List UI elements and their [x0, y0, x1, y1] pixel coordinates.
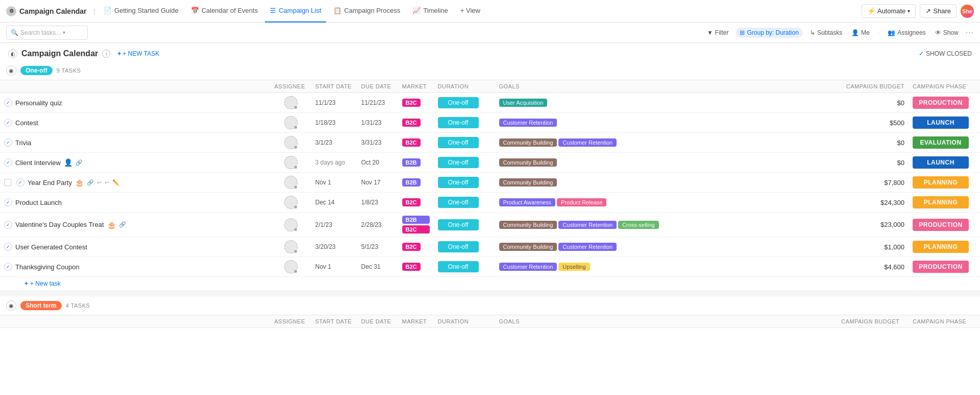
- col-header-campaign-budget: CAMPAIGN BUDGET: [837, 315, 909, 328]
- tab-campaign-list[interactable]: ☰ Campaign List: [265, 0, 326, 22]
- more-options-button[interactable]: ···: [966, 28, 974, 37]
- row-checkbox[interactable]: [4, 179, 11, 186]
- group-by-button[interactable]: ⊞ Group by: Duration: [736, 28, 802, 38]
- check-circle[interactable]: ✓: [4, 119, 12, 127]
- check-circle[interactable]: ✓: [4, 158, 12, 167]
- goals-cell: Community Building Customer Retention: [495, 237, 838, 257]
- task-name: User Generated Contest: [15, 243, 87, 251]
- budget-cell: $4,600: [837, 257, 909, 277]
- link-icon: 🔗: [87, 179, 94, 186]
- duration-badge: One-off: [438, 97, 479, 108]
- tab-getting-started[interactable]: 📄 Getting Started Guide: [99, 0, 184, 22]
- col-header-market: MARKET: [398, 315, 434, 328]
- col-header-campaign-phase: CAMPAIGN PHASE: [909, 80, 980, 93]
- new-task-button[interactable]: + + NEW TASK: [114, 49, 162, 58]
- subtasks-button[interactable]: ↳ Subtasks: [808, 28, 844, 37]
- goal-tag: Community Building: [499, 221, 557, 229]
- check-circle[interactable]: ✓: [16, 178, 24, 187]
- show-button[interactable]: 👁 Show: [933, 28, 961, 37]
- avatar: [284, 218, 298, 231]
- avatar: [284, 196, 298, 209]
- automate-button[interactable]: ⚡ Automate ▾: [862, 4, 916, 18]
- market-badge: B2C: [402, 263, 421, 271]
- search-icon: 🔍: [11, 29, 18, 36]
- start-date: 1/18/23: [311, 113, 357, 133]
- col-header-duration: DURATION: [434, 315, 495, 328]
- info-icon[interactable]: i: [102, 50, 110, 58]
- goal-tag: Community Building: [499, 178, 557, 187]
- column-headers: ASSIGNEE START DATE DUE DATE MARKET DURA…: [0, 80, 980, 93]
- duration-badge: One-off: [438, 137, 479, 148]
- avatar: [284, 176, 298, 189]
- tab-timeline[interactable]: 📈 Timeline: [407, 0, 453, 22]
- duration-badge: One-off: [438, 117, 479, 128]
- table-row: ✓ Client Interview 👤 🔗 3 days ago Oct 20…: [0, 153, 980, 173]
- group-collapse-button[interactable]: ◉: [6, 300, 16, 311]
- col-header-start-date: START DATE: [311, 315, 357, 328]
- assignee-cell: [271, 133, 311, 153]
- tab-calendar-events[interactable]: 📅 Calendar of Events: [186, 0, 263, 22]
- goal-tag: Customer Retention: [499, 263, 557, 271]
- due-date: 5/1/23: [357, 237, 398, 257]
- subtasks-icon: ↳: [810, 29, 815, 36]
- table-row: ✓ Thanksgiving Coupon Nov 1 Dec 31 B2C O…: [0, 257, 980, 277]
- me-button[interactable]: 👤 Me: [849, 28, 872, 37]
- tab-campaign-process[interactable]: 📋 Campaign Process: [328, 0, 405, 22]
- check-circle[interactable]: ✓: [4, 138, 12, 147]
- check-circle[interactable]: ✓: [4, 243, 12, 251]
- collapse-button[interactable]: ◐: [8, 49, 17, 58]
- phase-cell: PLANNING: [909, 173, 980, 193]
- assignee-cell: [271, 173, 311, 193]
- check-circle[interactable]: ✓: [4, 99, 12, 107]
- share-button[interactable]: ↗ Share: [920, 4, 957, 18]
- bottom-column-headers: ASSIGNEE START DATE DUE DATE MARKET DURA…: [0, 315, 980, 328]
- group-badge-one-off: One-off: [20, 66, 53, 75]
- phase-cell: PRODUCTION: [909, 93, 980, 113]
- due-date: Dec 31: [357, 257, 398, 277]
- col-header-task: [0, 80, 271, 93]
- campaign-table: ◉ One-off 9 TASKS ASSIGNEE START DATE DU…: [0, 61, 980, 328]
- group-badge-short-term: Short term: [20, 301, 62, 310]
- group-collapse-button[interactable]: ◉: [6, 65, 16, 76]
- task-name: Client Interview: [15, 159, 61, 167]
- market-cell: B2C: [398, 113, 434, 133]
- tab-add-view[interactable]: + View: [455, 0, 485, 22]
- show-closed-button[interactable]: ✓ SHOW CLOSED: [919, 50, 972, 57]
- phase-cell: EVALUATION: [909, 133, 980, 153]
- start-date: 11/1/23: [311, 93, 357, 113]
- phase-badge: PRODUCTION: [913, 261, 969, 273]
- assignees-button[interactable]: 👥 Assignees: [886, 28, 927, 37]
- duration-cell: One-off: [434, 213, 495, 237]
- link-icon: 🔗: [119, 221, 126, 228]
- check-circle[interactable]: ✓: [4, 198, 12, 206]
- check-circle[interactable]: ✓: [4, 221, 12, 229]
- due-date: Nov 17: [357, 173, 398, 193]
- phase-cell: LAUNCH: [909, 153, 980, 173]
- start-date: 2/1/23: [311, 213, 357, 237]
- budget-cell: $0: [837, 93, 909, 113]
- start-date: Dec 14: [311, 193, 357, 213]
- table-row: ✓ Personality quiz 11/1/23 11/21/23 B2C …: [0, 93, 980, 113]
- search-box[interactable]: 🔍 Search tasks... ▾: [6, 26, 88, 40]
- goal-tag: Product Awareness: [499, 198, 556, 206]
- cake-icon: 🎂: [75, 178, 84, 187]
- filter-icon: ▼: [707, 29, 713, 36]
- filter-button[interactable]: ▼ Filter: [705, 28, 731, 37]
- new-task-link[interactable]: + + New task: [24, 280, 974, 287]
- col-header-goals: GOALS: [495, 80, 838, 93]
- check-circle[interactable]: ✓: [4, 263, 12, 271]
- phase-cell: LAUNCH: [909, 113, 980, 133]
- group-task-count: 9 TASKS: [57, 67, 81, 74]
- duration-cell: One-off: [434, 113, 495, 133]
- eye-icon: 👁: [935, 29, 941, 36]
- market-badge: B2C: [402, 225, 430, 234]
- col-header-start-date: START DATE: [311, 80, 357, 93]
- task-name: Trivia: [15, 139, 31, 147]
- task-name: Contest: [15, 119, 38, 127]
- goals-cell: Community Building: [495, 173, 838, 193]
- col-header-campaign-budget: CAMPAIGN BUDGET: [837, 80, 909, 93]
- assignees-icon: 👥: [888, 29, 895, 36]
- budget-cell: $0: [837, 153, 909, 173]
- group-icon: ⊞: [740, 29, 745, 36]
- duration-badge: One-off: [438, 177, 479, 188]
